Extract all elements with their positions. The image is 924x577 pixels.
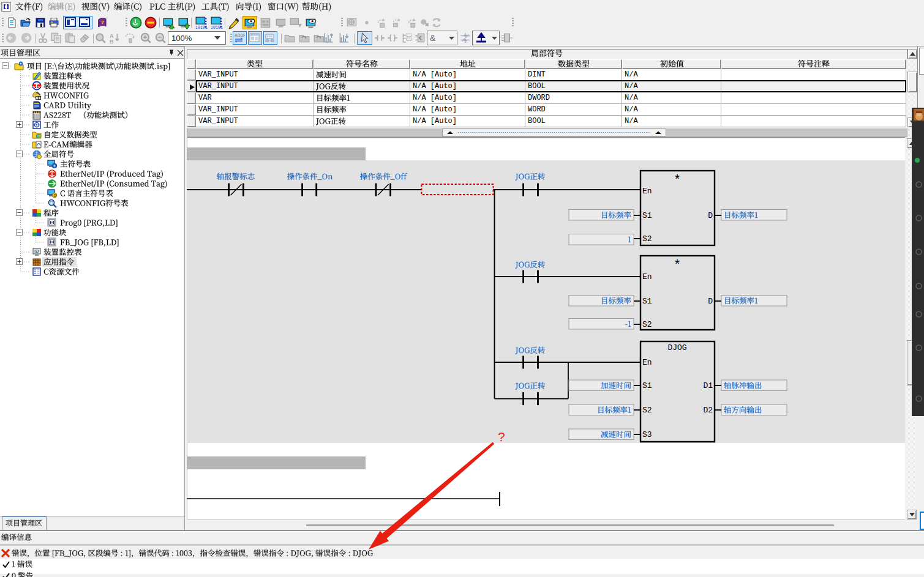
svg-text:*: * [674,258,682,272]
svg-text:?: ? [498,430,505,444]
svg-text:B: B [110,39,113,44]
svg-text:En: En [642,358,652,367]
svg-text:ADDR: ADDR [235,33,245,37]
svg-text:10101: 10101 [195,25,208,29]
svg-text:D: D [708,211,713,220]
svg-text:En: En [642,187,652,196]
svg-text:*: * [674,173,682,187]
svg-text:DJOG: DJOG [667,343,686,352]
svg-text:S1: S1 [642,297,652,306]
svg-text:D1: D1 [703,381,713,390]
svg-text:S1: S1 [642,211,652,220]
svg-text:S2: S2 [642,320,652,329]
svg-text:C: C [54,194,56,198]
svg-text:S1: S1 [642,381,652,390]
svg-text:10101: 10101 [211,25,223,29]
svg-text:S3: S3 [642,430,652,439]
svg-text:S2: S2 [642,406,652,415]
svg-text:En: En [642,272,652,281]
svg-text:S2: S2 [642,234,652,244]
svg-text:?: ? [101,20,104,25]
svg-text:D2: D2 [703,406,713,415]
svg-text:D: D [708,297,713,306]
